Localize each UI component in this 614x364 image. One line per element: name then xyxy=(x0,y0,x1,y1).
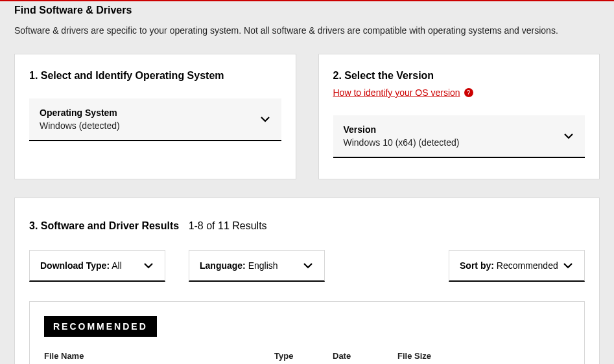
version-select-value: Windows 10 (x64) (detected) xyxy=(344,137,460,148)
download-type-filter[interactable]: Download Type: All xyxy=(29,250,165,282)
os-select-label: Operating System xyxy=(40,108,120,118)
identify-os-link-text: How to identify your OS version xyxy=(333,87,460,98)
language-value: English xyxy=(246,260,278,271)
chevron-down-icon xyxy=(302,260,314,271)
sort-value: Recommended xyxy=(494,260,558,271)
sort-label: Sort by: xyxy=(460,260,494,271)
chevron-down-icon xyxy=(259,113,271,125)
recommended-result: RECOMMENDED File Name Type Date File Siz… xyxy=(29,301,585,364)
col-header-type: Type xyxy=(274,351,333,361)
results-count: 1-8 of 11 Results xyxy=(189,220,267,231)
version-select-label: Version xyxy=(344,124,460,135)
chevron-down-icon xyxy=(143,260,154,271)
download-type-label: Download Type: xyxy=(40,260,110,271)
download-type-value: All xyxy=(110,260,122,271)
col-header-size: File Size xyxy=(397,351,459,361)
step-1-title: 1. Select and Identify Operating System xyxy=(29,70,281,82)
language-label: Language: xyxy=(200,260,246,271)
col-header-name: File Name xyxy=(44,351,274,361)
recommended-badge: RECOMMENDED xyxy=(44,316,157,337)
page-subtitle: Software & drivers are specific to your … xyxy=(14,25,600,36)
identify-os-link[interactable]: How to identify your OS version ? xyxy=(333,87,473,98)
chevron-down-icon xyxy=(563,130,574,142)
step-1-card: 1. Select and Identify Operating System … xyxy=(14,54,296,179)
results-card: 3. Software and Driver Results 1-8 of 11… xyxy=(14,198,600,364)
version-select[interactable]: Version Windows 10 (x64) (detected) xyxy=(333,115,585,158)
page-title: Find Software & Drivers xyxy=(14,1,600,25)
results-title: 3. Software and Driver Results xyxy=(29,220,179,231)
col-header-date: Date xyxy=(333,351,397,361)
step-2-title: 2. Select the Version xyxy=(333,70,585,82)
chevron-down-icon xyxy=(562,260,574,271)
os-select[interactable]: Operating System Windows (detected) xyxy=(29,98,281,141)
os-select-value: Windows (detected) xyxy=(40,120,120,131)
language-filter[interactable]: Language: English xyxy=(189,250,325,282)
help-icon: ? xyxy=(464,88,473,97)
sort-filter[interactable]: Sort by: Recommended xyxy=(449,250,585,282)
step-2-card: 2. Select the Version How to identify yo… xyxy=(318,54,600,179)
